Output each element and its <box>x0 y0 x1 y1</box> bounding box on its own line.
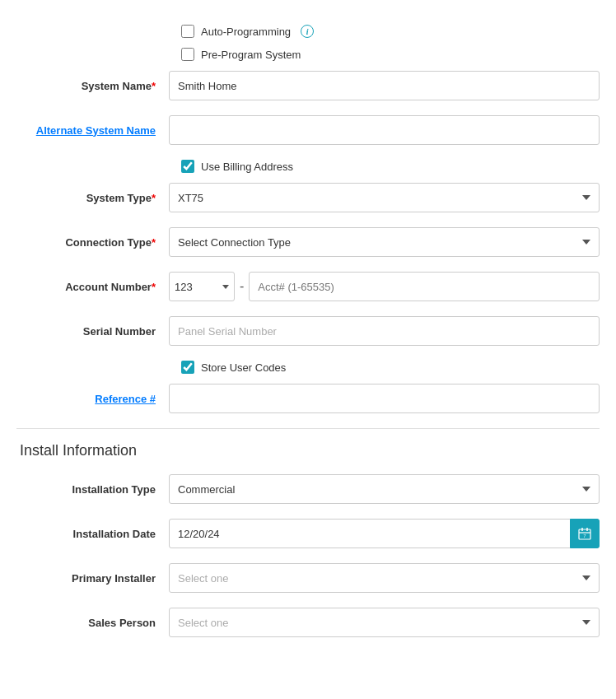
system-name-label: System Name* <box>16 80 169 92</box>
svg-text:7: 7 <box>583 534 586 538</box>
use-billing-address-row: Use Billing Address <box>181 160 600 173</box>
primary-installer-input-col: Select one <box>169 563 600 593</box>
auto-programming-text: Auto-Programming <box>201 26 291 38</box>
pre-program-system-row: Pre-Program System <box>181 48 600 61</box>
account-number-group: 123 - <box>169 272 600 301</box>
account-number-row: Account Number* 123 - <box>16 272 600 301</box>
install-section-title: Install Information <box>16 442 600 459</box>
installation-type-row: Installation Type Commercial Residential <box>16 474 600 504</box>
pre-program-system-text: Pre-Program System <box>201 49 301 61</box>
reference-input[interactable] <box>169 384 600 413</box>
section-divider <box>16 428 600 429</box>
system-type-required: * <box>152 192 156 204</box>
store-user-codes-label[interactable]: Store User Codes <box>181 361 286 374</box>
calendar-icon[interactable]: 7 <box>570 519 600 548</box>
installation-date-input-col: 7 <box>169 519 600 548</box>
account-number-required: * <box>152 281 156 293</box>
account-number-input[interactable] <box>249 272 600 301</box>
reference-label[interactable]: Reference # <box>16 393 169 405</box>
connection-type-input-col: Select Connection Type <box>169 227 600 257</box>
connection-type-required: * <box>152 236 156 249</box>
connection-type-row: Connection Type* Select Connection Type <box>16 227 600 257</box>
serial-number-label: Serial Number <box>16 325 169 338</box>
reference-row: Reference # <box>16 384 600 413</box>
store-user-codes-row: Store User Codes <box>181 361 600 374</box>
pre-program-system-checkbox[interactable] <box>181 48 194 61</box>
system-type-label: System Type* <box>16 192 169 204</box>
alternate-system-name-input-col <box>169 115 600 145</box>
installation-date-row: Installation Date 7 <box>16 519 600 548</box>
auto-programming-checkbox[interactable] <box>181 25 194 38</box>
serial-number-row: Serial Number <box>16 316 600 346</box>
serial-number-input[interactable] <box>169 316 600 346</box>
system-name-row: System Name* <box>16 71 600 100</box>
serial-number-input-col <box>169 316 600 346</box>
use-billing-address-checkbox[interactable] <box>181 160 194 173</box>
system-type-input-col: XT75 <box>169 183 600 212</box>
installation-type-label: Installation Type <box>16 483 169 496</box>
system-name-input-col <box>169 71 600 100</box>
system-name-required: * <box>152 80 156 92</box>
account-prefix-select[interactable]: 123 <box>169 272 235 301</box>
system-type-row: System Type* XT75 <box>16 183 600 212</box>
date-input-wrapper: 7 <box>169 519 600 548</box>
installation-date-input[interactable] <box>169 519 600 548</box>
primary-installer-label: Primary Installer <box>16 572 169 585</box>
auto-programming-label[interactable]: Auto-Programming i <box>181 25 314 38</box>
primary-installer-row: Primary Installer Select one <box>16 563 600 593</box>
sales-person-row: Sales Person Select one <box>16 608 600 637</box>
sales-person-label: Sales Person <box>16 617 169 629</box>
use-billing-address-text: Use Billing Address <box>201 161 293 173</box>
account-number-dash: - <box>240 279 244 294</box>
store-user-codes-checkbox[interactable] <box>181 361 194 374</box>
system-type-select[interactable]: XT75 <box>169 183 600 212</box>
installation-type-input-col: Commercial Residential <box>169 474 600 504</box>
sales-person-select[interactable]: Select one <box>169 608 600 637</box>
installation-type-select[interactable]: Commercial Residential <box>169 474 600 504</box>
account-number-label: Account Number* <box>16 281 169 293</box>
auto-programming-row: Auto-Programming i <box>181 25 600 38</box>
connection-type-label: Connection Type* <box>16 236 169 249</box>
connection-type-select[interactable]: Select Connection Type <box>169 227 600 257</box>
auto-programming-info-icon[interactable]: i <box>301 25 314 38</box>
reference-input-col <box>169 384 600 413</box>
pre-program-system-label[interactable]: Pre-Program System <box>181 48 301 61</box>
form-container: Auto-Programming i Pre-Program System Sy… <box>0 16 616 660</box>
system-name-input[interactable] <box>169 71 600 100</box>
use-billing-address-label[interactable]: Use Billing Address <box>181 160 293 173</box>
alternate-system-name-label[interactable]: Alternate System Name <box>16 124 169 137</box>
alternate-system-name-input[interactable] <box>169 115 600 145</box>
sales-person-input-col: Select one <box>169 608 600 637</box>
alternate-system-name-row: Alternate System Name <box>16 115 600 145</box>
store-user-codes-text: Store User Codes <box>201 361 286 374</box>
primary-installer-select[interactable]: Select one <box>169 563 600 593</box>
account-number-input-col: 123 - <box>169 272 600 301</box>
installation-date-label: Installation Date <box>16 528 169 540</box>
